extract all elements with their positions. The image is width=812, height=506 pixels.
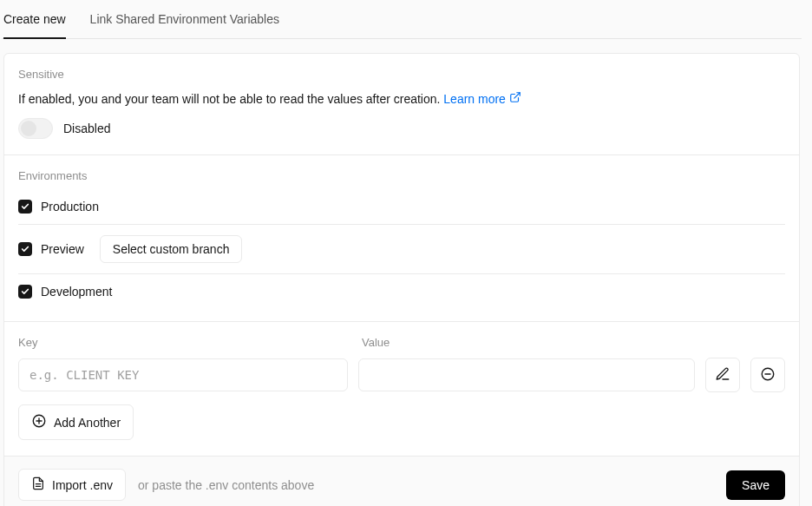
kv-header: Key Value	[18, 336, 785, 349]
env-row-production: Production	[18, 193, 785, 220]
remove-button[interactable]	[750, 358, 785, 392]
import-env-button[interactable]: Import .env	[18, 469, 126, 501]
section-keyvalue: Key Value	[4, 322, 799, 457]
tab-create-new[interactable]: Create new	[3, 0, 66, 38]
sensitive-title: Sensitive	[18, 68, 785, 81]
edit-button[interactable]	[705, 358, 740, 392]
file-icon	[31, 476, 45, 493]
form-card: Sensitive If enabled, you and your team …	[3, 53, 800, 506]
checkbox-production[interactable]	[18, 200, 32, 214]
add-another-label: Add Another	[54, 416, 121, 430]
sensitive-description: If enabled, you and your team will not b…	[18, 91, 785, 106]
env-label-preview: Preview	[41, 242, 84, 256]
env-row-preview: Preview Select custom branch	[18, 228, 785, 270]
add-another-button[interactable]: Add Another	[18, 404, 134, 440]
sensitive-toggle[interactable]	[18, 118, 53, 139]
divider	[18, 273, 785, 274]
sensitive-desc-text: If enabled, you and your team will not b…	[18, 92, 440, 106]
learn-more-link[interactable]: Learn more	[443, 91, 521, 106]
value-input[interactable]	[358, 358, 695, 391]
toggle-knob	[21, 121, 36, 136]
paste-hint: or paste the .env contents above	[138, 478, 314, 492]
divider	[18, 224, 785, 225]
footer-left: Import .env or paste the .env contents a…	[18, 469, 314, 501]
external-link-icon	[509, 91, 521, 106]
value-column-label: Value	[362, 336, 785, 349]
checkbox-development[interactable]	[18, 285, 32, 299]
toggle-row: Disabled	[18, 118, 785, 139]
save-button[interactable]: Save	[726, 470, 785, 500]
key-input[interactable]	[18, 358, 348, 391]
checkbox-preview[interactable]	[18, 242, 32, 256]
key-column-label: Key	[18, 336, 348, 349]
kv-row	[18, 358, 785, 392]
plus-circle-icon	[31, 413, 47, 431]
select-branch-button[interactable]: Select custom branch	[100, 235, 243, 263]
env-label-development: Development	[41, 285, 113, 299]
toggle-state-label: Disabled	[63, 122, 110, 135]
tabs: Create new Link Shared Environment Varia…	[2, 0, 802, 39]
learn-more-label: Learn more	[443, 92, 506, 106]
env-label-production: Production	[41, 200, 99, 214]
section-sensitive: Sensitive If enabled, you and your team …	[4, 54, 799, 155]
environments-title: Environments	[18, 169, 785, 182]
svg-line-0	[514, 93, 520, 98]
section-environments: Environments Production Preview Select c…	[4, 155, 799, 322]
tab-link-shared[interactable]: Link Shared Environment Variables	[90, 0, 279, 38]
env-row-development: Development	[18, 278, 785, 306]
import-env-label: Import .env	[52, 478, 113, 492]
pencil-icon	[715, 366, 730, 384]
footer: Import .env or paste the .env contents a…	[4, 457, 799, 506]
minus-circle-icon	[760, 366, 776, 384]
